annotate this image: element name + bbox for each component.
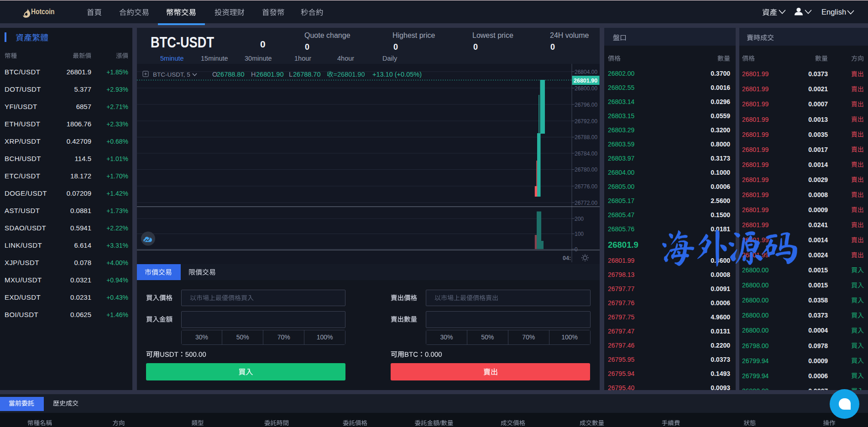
- svg-text:+13.10 (+0.05%): +13.10 (+0.05%): [372, 71, 422, 78]
- svg-text:26788.00: 26788.00: [575, 134, 597, 141]
- svg-text:200: 200: [575, 216, 584, 222]
- svg-text:26788.80: 26788.80: [217, 71, 244, 78]
- svg-text:26801.90: 26801.90: [574, 78, 597, 84]
- svg-text:26796.00: 26796.00: [575, 102, 597, 108]
- svg-text:26776.00: 26776.00: [575, 183, 597, 190]
- svg-text:26800.00: 26800.00: [575, 85, 597, 92]
- svg-text:26792.00: 26792.00: [575, 118, 597, 125]
- svg-text:100: 100: [575, 231, 584, 237]
- svg-text:26772.00: 26772.00: [575, 200, 597, 206]
- svg-text:04:: 04:: [563, 255, 571, 261]
- svg-text:H: H: [251, 71, 256, 78]
- svg-text:L: L: [289, 71, 293, 78]
- svg-text:26780.00: 26780.00: [575, 167, 597, 173]
- svg-text:26804.00: 26804.00: [575, 69, 597, 75]
- svg-text:26784.00: 26784.00: [575, 151, 597, 157]
- svg-text:BTC-USDT, 5: BTC-USDT, 5: [153, 71, 190, 78]
- svg-text:0: 0: [575, 246, 578, 253]
- svg-text:26788.70: 26788.70: [293, 71, 320, 78]
- svg-text:26801.90: 26801.90: [256, 71, 283, 78]
